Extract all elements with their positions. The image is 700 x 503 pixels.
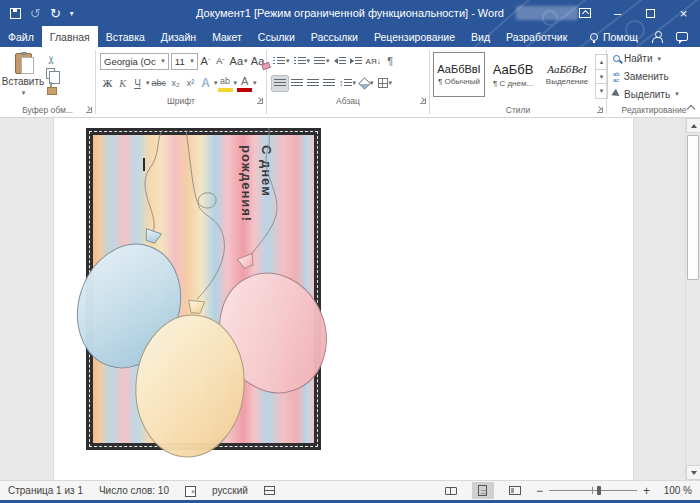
- birthday-card[interactable]: С днем рождения!: [86, 128, 321, 450]
- share-person-icon[interactable]: [652, 31, 662, 42]
- font-name-combo[interactable]: Georgia (Ос▾: [100, 53, 169, 70]
- save-icon[interactable]: [10, 8, 21, 19]
- format-painter-icon[interactable]: [46, 82, 56, 94]
- zoom-control: − +: [536, 485, 650, 497]
- greeting-line-1: С днем: [256, 145, 276, 222]
- search-icon: [613, 55, 620, 62]
- title-bar: ↺ ↻ ▾ Документ1 [Режим ограниченной функ…: [0, 0, 700, 26]
- document-page[interactable]: С днем рождения!: [53, 118, 634, 480]
- quick-access-toolbar: ↺ ↻ ▾: [0, 7, 74, 20]
- close-button[interactable]: ×: [667, 0, 700, 26]
- tab-home[interactable]: Главная: [42, 26, 98, 47]
- editing-group-label: Редактирование: [622, 105, 687, 115]
- decrease-indent-button[interactable]: [332, 53, 348, 70]
- shrink-font-button[interactable]: Аˇ: [213, 53, 228, 70]
- select-button[interactable]: Выделить ▾: [613, 85, 695, 103]
- scroll-down-icon[interactable]: [686, 465, 700, 480]
- read-mode-button[interactable]: [440, 482, 462, 499]
- word-count[interactable]: Число слов: 10: [99, 485, 169, 496]
- justify-button[interactable]: [321, 75, 337, 92]
- highlight-color-button[interactable]: ab: [218, 75, 233, 92]
- bold-button[interactable]: Ж: [100, 75, 115, 92]
- multilevel-list-button[interactable]: ▾: [312, 53, 332, 70]
- font-size-combo[interactable]: 11▾: [171, 53, 198, 70]
- customize-qat-icon[interactable]: ▾: [70, 9, 74, 18]
- grow-font-button[interactable]: Аˆ: [198, 53, 213, 70]
- underline-button[interactable]: Ч: [130, 75, 145, 92]
- show-marks-button[interactable]: ¶: [383, 53, 398, 70]
- change-case-button[interactable]: Аа▾: [228, 53, 249, 70]
- zoom-slider-thumb[interactable]: [597, 486, 601, 495]
- tell-me-box[interactable]: Помощ: [590, 31, 638, 43]
- comments-icon[interactable]: [676, 32, 688, 41]
- maximize-button[interactable]: [634, 0, 667, 26]
- print-layout-button[interactable]: [472, 482, 494, 499]
- align-left-button[interactable]: [271, 75, 289, 92]
- tab-references[interactable]: Ссылки: [250, 26, 303, 47]
- styles-dialog-launcher[interactable]: [597, 107, 603, 113]
- tab-file[interactable]: Файл: [0, 26, 42, 47]
- language-indicator[interactable]: русский: [212, 485, 248, 496]
- card-greeting-text[interactable]: С днем рождения!: [236, 145, 276, 222]
- web-layout-button[interactable]: [504, 482, 526, 499]
- sort-button[interactable]: АЯ↓: [364, 53, 383, 70]
- italic-button[interactable]: К: [115, 75, 130, 92]
- cut-icon[interactable]: ✂: [46, 55, 57, 65]
- tab-insert[interactable]: Вставка: [98, 26, 153, 47]
- editing-group: Найти ▾ abac Заменить Выделить ▾ Редакти…: [607, 47, 695, 117]
- styles-scroll-up-icon[interactable]: ▲: [596, 55, 607, 70]
- vertical-scrollbar[interactable]: [685, 118, 700, 480]
- collapse-ribbon-icon[interactable]: [687, 104, 695, 112]
- align-right-button[interactable]: [305, 75, 321, 92]
- style-s-dnem[interactable]: АаБбВ ¶ С днем...: [487, 52, 539, 97]
- tab-layout[interactable]: Макет: [204, 26, 250, 47]
- increase-indent-button[interactable]: [348, 53, 364, 70]
- page-indicator[interactable]: Страница 1 из 1: [8, 485, 83, 496]
- text-effects-button[interactable]: А: [198, 75, 213, 92]
- tab-view[interactable]: Вид: [463, 26, 498, 47]
- zoom-percentage[interactable]: 100 %: [660, 485, 692, 496]
- line-spacing-button[interactable]: ↕▾: [337, 75, 358, 92]
- text-cursor: [143, 158, 145, 171]
- clipboard-dialog-launcher[interactable]: [86, 107, 92, 113]
- styles-more-icon[interactable]: ▼: [596, 84, 607, 98]
- tab-mailings[interactable]: Рассылки: [303, 26, 366, 47]
- zoom-slider[interactable]: [549, 485, 637, 496]
- find-button[interactable]: Найти ▾: [613, 50, 695, 68]
- scrollbar-thumb[interactable]: [687, 135, 699, 280]
- proofing-status-icon[interactable]: [185, 485, 196, 496]
- ribbon-display-options-button[interactable]: [568, 0, 601, 26]
- shading-button[interactable]: ▾: [358, 75, 376, 92]
- subscript-button[interactable]: х₂: [168, 75, 183, 92]
- maximize-icon: [646, 9, 655, 18]
- paste-button[interactable]: Вставить ▾: [0, 50, 46, 103]
- strikethrough-button[interactable]: abc: [150, 75, 169, 92]
- style-emphasis[interactable]: АаБбВеI Выделение: [541, 52, 593, 97]
- superscript-button[interactable]: х²: [183, 75, 198, 92]
- tab-developer[interactable]: Разработчик: [498, 26, 575, 47]
- style-preview: АаБбВ: [493, 62, 534, 77]
- minimize-button[interactable]: –: [601, 0, 634, 26]
- scroll-up-icon[interactable]: [686, 118, 700, 133]
- numbering-button[interactable]: ▾: [292, 53, 313, 70]
- replace-button[interactable]: abac Заменить: [613, 68, 695, 86]
- borders-button[interactable]: ▾: [376, 75, 395, 92]
- styles-scroll-down-icon[interactable]: ▼: [596, 70, 607, 85]
- undo-icon[interactable]: ↺: [30, 7, 41, 20]
- tab-review[interactable]: Рецензирование: [366, 26, 463, 47]
- clipboard-group-label: Буфер обм...: [22, 105, 73, 115]
- tell-me-label: Помощ: [603, 31, 638, 43]
- tab-design[interactable]: Дизайн: [153, 26, 204, 47]
- style-normal[interactable]: АаБбВвI ¶ Обычный: [433, 52, 485, 97]
- macro-record-icon[interactable]: [264, 486, 275, 495]
- font-color-button[interactable]: А: [237, 75, 252, 92]
- redo-icon[interactable]: ↻: [50, 7, 61, 20]
- zoom-out-button[interactable]: −: [536, 485, 543, 497]
- zoom-in-button[interactable]: +: [643, 485, 650, 497]
- bullets-button[interactable]: ▾: [271, 53, 292, 70]
- paragraph-dialog-launcher[interactable]: [420, 98, 426, 104]
- clear-formatting-button[interactable]: Аа: [249, 53, 266, 70]
- copy-icon[interactable]: [46, 68, 55, 79]
- font-dialog-launcher[interactable]: [257, 98, 263, 104]
- align-center-button[interactable]: [289, 75, 305, 92]
